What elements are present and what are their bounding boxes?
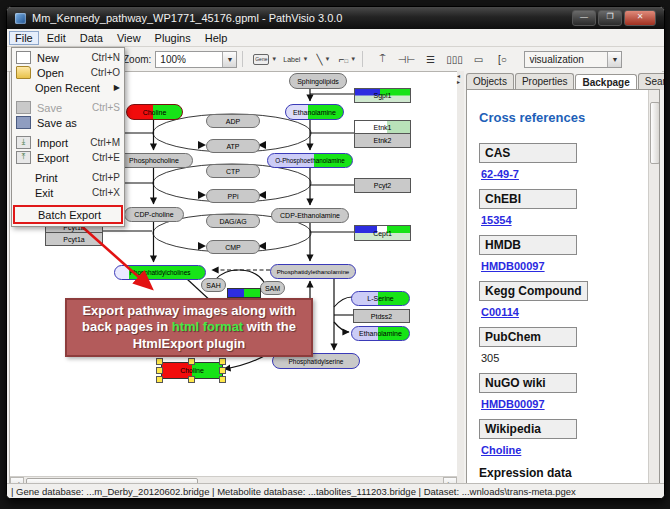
panel-splitter[interactable]: ◂▸ <box>457 71 464 488</box>
selection-handle[interactable] <box>188 358 195 365</box>
align-center-x-icon: ⍑ <box>379 53 385 65</box>
distribute-horizontal-button[interactable]: ☰ <box>420 50 440 69</box>
visualization-value: visualization <box>525 54 607 65</box>
node-sam[interactable]: SAM <box>260 281 285 295</box>
close-button[interactable]: ✕ <box>624 10 656 26</box>
gene-pcyt1a[interactable]: Pcyt1a <box>45 232 103 246</box>
selection-handle[interactable] <box>219 358 226 365</box>
file-menu-batch-export[interactable]: Batch Export <box>15 207 121 222</box>
xref-link-chebi[interactable]: 15354 <box>481 214 512 226</box>
menu-file[interactable]: File <box>9 31 39 45</box>
selection-handle[interactable] <box>219 376 226 383</box>
tab-properties[interactable]: Properties <box>515 73 575 90</box>
file-menu-exit[interactable]: Exit Ctrl+X <box>12 185 124 200</box>
distribute-vertical-button[interactable]: ▯▯▯ <box>444 50 464 69</box>
label-tool-button[interactable]: Label▼ <box>282 50 309 69</box>
node-cmp[interactable]: CMP <box>206 240 260 254</box>
label-tool-icon: Label <box>283 56 300 63</box>
file-menu-import[interactable]: ⤓ Import Ctrl+M <box>12 135 124 150</box>
tab-search[interactable]: Search <box>638 73 665 90</box>
window-title: Mm_Kennedy_pathway_WP1771_45176.gpml - P… <box>32 12 342 24</box>
file-menu-open[interactable]: Open Ctrl+O <box>12 65 124 80</box>
gene-sgpl1[interactable]: Sgpl1 <box>354 88 411 103</box>
line-tool-button[interactable]: ╲▼ <box>313 50 333 69</box>
title-bar[interactable]: Mm_Kennedy_pathway_WP1771_45176.gpml - P… <box>7 7 664 29</box>
selection-handle[interactable] <box>188 376 195 383</box>
node-phosphatidylethanolamine[interactable]: Phosphatidylethanolamine <box>270 264 356 279</box>
file-menu-export[interactable]: ⤒ Export Ctrl+E <box>12 150 124 165</box>
menu-help[interactable]: Help <box>199 31 234 45</box>
zoom-dropdown-icon[interactable]: ▼ <box>222 52 236 67</box>
xref-db-name: PubChem <box>479 327 577 347</box>
splitter-grip-icon[interactable]: ◂▸ <box>457 73 460 85</box>
minimize-button[interactable]: — <box>572 10 596 26</box>
blank-icon <box>16 82 29 93</box>
xref-section-cas: CAS 62-49-7 <box>479 143 649 180</box>
batch-export-highlight-box: Batch Export <box>13 205 123 224</box>
template-button[interactable]: [○ <box>492 50 512 69</box>
gene-etnk2[interactable]: Etnk2 <box>354 133 411 148</box>
selection-handle[interactable] <box>156 376 163 383</box>
file-menu-save-as[interactable]: Save as <box>12 115 124 130</box>
selection-handle[interactable] <box>156 358 163 365</box>
gene-cept1[interactable]: Cept1 <box>354 225 411 241</box>
gene-ptdss2[interactable]: Ptdss2 <box>353 309 410 323</box>
node-sphingolipids[interactable]: Sphingolipids <box>289 73 347 89</box>
align-center-y-button[interactable]: ⊣⊢ <box>396 50 416 69</box>
xref-link-wikipedia[interactable]: Choline <box>481 444 521 456</box>
node-choline[interactable]: Choline <box>126 104 183 120</box>
common-size-button[interactable]: ▭ <box>468 50 488 69</box>
xref-link-cas[interactable]: 62-49-7 <box>481 168 519 180</box>
file-menu-save[interactable]: Save Ctrl+S <box>12 100 124 115</box>
selection-handle[interactable] <box>156 367 163 374</box>
file-menu-print[interactable]: Print Ctrl+P <box>12 170 124 185</box>
zoom-combobox[interactable]: 100% ▼ <box>155 51 237 68</box>
xref-link-hmdb[interactable]: HMDB00097 <box>481 260 545 272</box>
node-atp[interactable]: ATP <box>206 139 260 153</box>
panel-vscrollbar[interactable] <box>648 90 659 485</box>
menu-edit[interactable]: Edit <box>41 31 72 45</box>
node-phosphocholine[interactable]: Phosphocholine <box>115 153 193 168</box>
tab-objects[interactable]: Objects <box>466 73 514 90</box>
node-dag[interactable]: DAG/AG <box>206 214 260 228</box>
node-sah[interactable]: SAH <box>201 278 226 292</box>
node-choline-selected[interactable]: Choline <box>161 362 223 379</box>
file-menu-open-recent[interactable]: Open Recent ▶ <box>12 80 124 95</box>
node-ethanolamine[interactable]: Ethanolamine <box>285 104 344 120</box>
node-o-phosphoethanolamine[interactable]: O-Phosphoethanolamine <box>267 153 353 168</box>
menu-view[interactable]: View <box>111 31 147 45</box>
node-ctp[interactable]: CTP <box>206 164 260 178</box>
zoom-value: 100% <box>156 54 222 65</box>
datanode-tool-button[interactable]: Gene▼ <box>252 50 278 69</box>
xref-section-nugo: NuGO wiki HMDB00097 <box>479 373 649 410</box>
node-phosphatidylcholines[interactable]: Phosphatidylcholines <box>114 265 206 280</box>
gene-pcyt2[interactable]: Pcyt2 <box>354 178 411 193</box>
visualization-combobox[interactable]: visualization ▼ <box>524 51 622 68</box>
maximize-button[interactable]: ❐ <box>598 10 622 26</box>
node-ethanolamine-bottom[interactable]: Ethanolamine <box>351 326 410 341</box>
xref-db-name: HMDB <box>479 235 577 255</box>
gene-etnk1[interactable]: Etnk1 <box>354 120 411 135</box>
xref-link-nugo[interactable]: HMDB00097 <box>481 398 545 410</box>
file-menu-new[interactable]: New Ctrl+N <box>12 50 124 65</box>
node-cdp-ethanolamine[interactable]: CDP-Ethanolamine <box>271 208 349 223</box>
connector-tool-button[interactable]: ⌐□▼ <box>337 50 357 69</box>
xref-value-pubchem: 305 <box>481 352 649 364</box>
visualization-dropdown-icon[interactable]: ▼ <box>607 52 621 67</box>
xref-section-chebi: ChEBI 15354 <box>479 189 649 226</box>
node-adp[interactable]: ADP <box>206 114 260 128</box>
node-ppi[interactable]: PPi <box>206 189 260 203</box>
align-center-x-button[interactable]: ⍑ <box>372 50 392 69</box>
selection-handle[interactable] <box>219 367 226 374</box>
panel-vscroll-thumb[interactable] <box>650 102 660 164</box>
xref-link-kegg[interactable]: C00114 <box>481 306 519 318</box>
menu-data[interactable]: Data <box>74 31 109 45</box>
side-panel: Objects Properties Backpage Search Legen… <box>464 71 662 488</box>
xref-db-name: ChEBI <box>479 189 577 209</box>
gene-node-icon: Gene <box>253 54 269 65</box>
menu-plugins[interactable]: Plugins <box>149 31 197 45</box>
blank-icon <box>16 172 29 183</box>
gene-pemt-partial[interactable] <box>227 288 261 298</box>
node-l-serine[interactable]: L-Serine <box>351 291 410 306</box>
node-cdp-choline[interactable]: CDP-choline <box>124 207 184 222</box>
